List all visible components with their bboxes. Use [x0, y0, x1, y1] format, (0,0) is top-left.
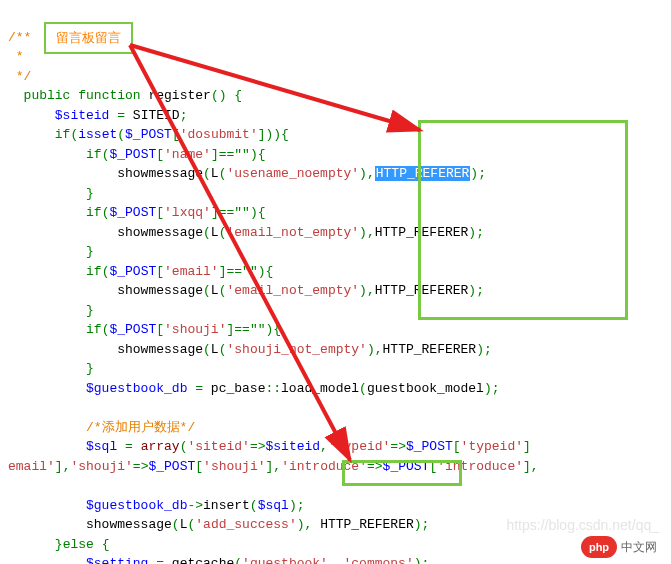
var-siteid: $siteid	[55, 108, 110, 123]
http-referer-selected: HTTP_REFERER	[375, 166, 471, 181]
comment-adduser: /*添加用户数据*/	[86, 420, 195, 435]
comment-open: /**	[8, 30, 31, 45]
comment-mid: *	[8, 49, 24, 64]
watermark-text: https://blog.csdn.net/qq_	[506, 515, 659, 536]
fn-name: register	[148, 88, 210, 103]
logo-text: 中文网	[621, 538, 657, 556]
php-logo-icon: php	[581, 536, 617, 558]
site-logo: php 中文网	[581, 536, 657, 558]
kw-public: public	[24, 88, 71, 103]
comment-close: */	[8, 69, 31, 84]
kw-function: function	[78, 88, 140, 103]
code-block: /** * */ public function register() { $s…	[8, 28, 663, 565]
annotation-label: 留言板留言	[44, 22, 133, 54]
